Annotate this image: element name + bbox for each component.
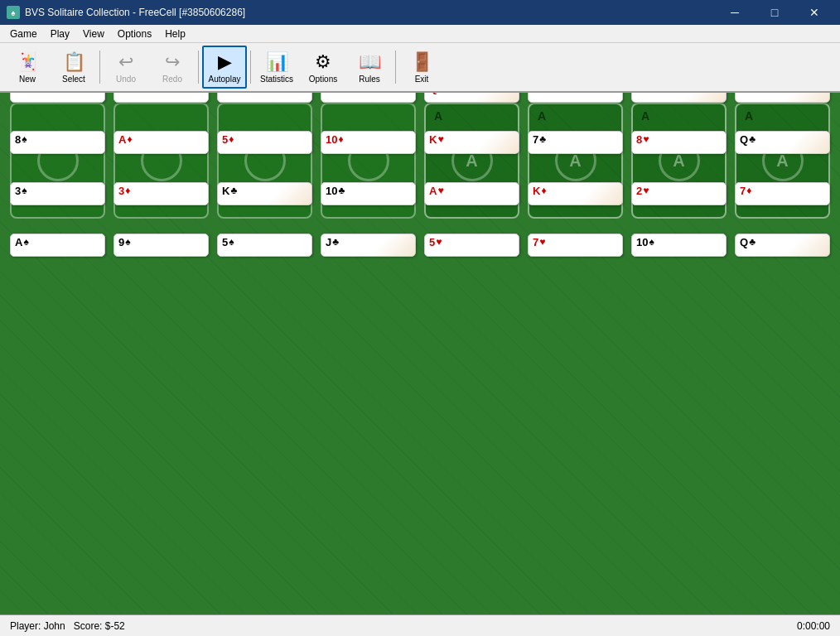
- select-button[interactable]: 📋 Select: [51, 46, 96, 89]
- card-a-diamonds[interactable]: A♦: [113, 131, 209, 154]
- rules-icon: 📖: [359, 51, 381, 73]
- card-5-clubs[interactable]: 5♣: [528, 93, 623, 103]
- new-icon: 🃏: [17, 51, 39, 73]
- column-3[interactable]: 5♠ K♣ 5♦ 8♦ 8♣ 2♣ 4♣ 10♥: [217, 234, 312, 606]
- card-7-diamonds[interactable]: 7♦: [735, 182, 830, 205]
- menu-play[interactable]: Play: [44, 26, 76, 41]
- menu-game[interactable]: Game: [3, 26, 44, 41]
- redo-button[interactable]: ↪ Redo: [150, 46, 195, 89]
- statistics-button[interactable]: 📊 Statistics: [254, 46, 299, 89]
- column-2[interactable]: 9♠ 3♦ A♦ 9♦ 2♠ A♥ 6♣ 9♣: [113, 234, 209, 606]
- column-7[interactable]: 10♠ 2♥ 8♥ K♣ 3♣ 9♥: [631, 234, 727, 606]
- card-10-spades[interactable]: 10♠: [631, 234, 727, 257]
- card-3-diamonds[interactable]: 3♦: [113, 182, 209, 205]
- card-8-diamonds[interactable]: 8♦: [217, 93, 312, 103]
- new-button[interactable]: 🃏 New: [5, 46, 50, 89]
- column-1[interactable]: A♠ 3♠ 8♠ 4♦ J♣ 6♠ 4♥: [10, 234, 105, 606]
- card-9-diamonds[interactable]: 9♦: [113, 93, 209, 103]
- menu-help[interactable]: Help: [158, 26, 192, 41]
- game-area[interactable]: A A A A A A A A A♠ 3♠ 8♠ 4♦ J♣ 6♠: [0, 93, 840, 614]
- card-k-clubs-2[interactable]: K♣: [631, 93, 727, 103]
- rules-button[interactable]: 📖 Rules: [347, 46, 392, 89]
- toolbar-sep-2: [198, 51, 199, 84]
- redo-icon: ↪: [165, 51, 180, 73]
- menu-bar: Game Play View Options Help: [0, 25, 840, 43]
- toolbar-sep-3: [250, 51, 251, 84]
- card-7-hearts-1[interactable]: 7♥: [528, 234, 623, 257]
- column-5[interactable]: 5♥ A♥ K♥ Q♥ 6♦ J♠: [424, 234, 519, 606]
- options-icon: ⚙: [315, 51, 331, 73]
- title-bar-controls: ─ □ ✕: [716, 0, 833, 25]
- score-label: Score: $-52: [74, 620, 125, 632]
- toolbar-sep-1: [99, 51, 100, 84]
- title-bar: ♠ BVS Solitaire Collection - FreeCell [#…: [0, 0, 840, 25]
- timer: 0:00:00: [797, 620, 830, 632]
- card-8-hearts[interactable]: 8♥: [631, 131, 727, 154]
- status-bar: Player: John Score: $-52 0:00:00: [0, 614, 840, 636]
- foundation-4-label: A: [745, 109, 753, 123]
- exit-button[interactable]: 🚪 Exit: [399, 46, 444, 89]
- minimize-button[interactable]: ─: [716, 0, 754, 25]
- card-9-spades[interactable]: 9♠: [113, 234, 209, 257]
- card-k-diamonds[interactable]: K♦: [528, 182, 623, 205]
- card-2-hearts[interactable]: 2♥: [631, 182, 727, 205]
- toolbar: 🃏 New 📋 Select ↩ Undo ↪ Redo ▶ Autoplay …: [0, 43, 840, 93]
- statistics-icon: 📊: [266, 51, 288, 73]
- maximize-button[interactable]: □: [756, 0, 794, 25]
- player-info: Player: John Score: $-52: [10, 620, 125, 632]
- card-k-clubs-1[interactable]: K♣: [217, 182, 312, 205]
- select-icon: 📋: [63, 51, 85, 73]
- app-icon: ♠: [7, 6, 20, 19]
- foundation-2-label: A: [538, 109, 546, 123]
- foundation-3-label: A: [641, 109, 649, 123]
- card-5-diamonds[interactable]: 5♦: [217, 131, 312, 154]
- title-bar-left: ♠ BVS Solitaire Collection - FreeCell [#…: [7, 6, 245, 19]
- undo-button[interactable]: ↩ Undo: [104, 46, 148, 89]
- card-a-spades[interactable]: A♠: [10, 234, 105, 257]
- undo-icon: ↩: [118, 51, 133, 73]
- autoplay-button[interactable]: ▶ Autoplay: [202, 46, 247, 89]
- toolbar-sep-4: [395, 51, 396, 84]
- card-5-spades[interactable]: 5♠: [217, 234, 312, 257]
- column-6[interactable]: 7♥ K♦ 7♣ 5♣ 3♥ 7♠ 7♥: [528, 234, 623, 606]
- card-a-hearts-2[interactable]: A♥: [424, 182, 519, 205]
- card-j-clubs-2[interactable]: J♣: [321, 234, 416, 257]
- card-q-clubs-1[interactable]: Q♣: [735, 234, 830, 257]
- player-label: Player: John: [10, 620, 65, 632]
- card-10-diamonds[interactable]: 10♦: [321, 131, 416, 154]
- exit-icon: 🚪: [411, 51, 433, 73]
- card-9-clubs-2[interactable]: 9♣: [321, 93, 416, 103]
- columns-area: A♠ 3♠ 8♠ 4♦ J♣ 6♠ 4♥ 9♠ 3♦ A♦ 9♦ 2♠ A♥ 6…: [10, 234, 830, 606]
- options-button[interactable]: ⚙ Options: [301, 46, 345, 89]
- column-8[interactable]: Q♣ 7♦ Q♣ J♣ 6♥ Q♥: [735, 234, 830, 606]
- window-title: BVS Solitaire Collection - FreeCell [#38…: [25, 7, 245, 18]
- card-4-diamonds[interactable]: 4♦: [10, 93, 105, 103]
- card-q-hearts[interactable]: Q♥: [424, 93, 519, 103]
- foundation-1-label: A: [434, 109, 442, 123]
- card-5-hearts[interactable]: 5♥: [424, 234, 519, 257]
- card-3-spades[interactable]: 3♠: [10, 182, 105, 205]
- card-8-spades[interactable]: 8♠: [10, 131, 105, 154]
- menu-view[interactable]: View: [76, 26, 111, 41]
- card-q-clubs-2[interactable]: Q♣: [735, 131, 830, 154]
- card-7-clubs[interactable]: 7♣: [528, 131, 623, 154]
- card-10-clubs[interactable]: 10♣: [321, 182, 416, 205]
- card-j-clubs-3[interactable]: J♣: [735, 93, 830, 103]
- menu-options[interactable]: Options: [111, 26, 158, 41]
- card-k-hearts[interactable]: K♥: [424, 131, 519, 154]
- autoplay-icon: ▶: [218, 51, 232, 73]
- close-button[interactable]: ✕: [795, 0, 833, 25]
- column-4[interactable]: J♣ 10♣ 10♦ 9♣ 2♣ 4♠ 4♥: [321, 234, 416, 606]
